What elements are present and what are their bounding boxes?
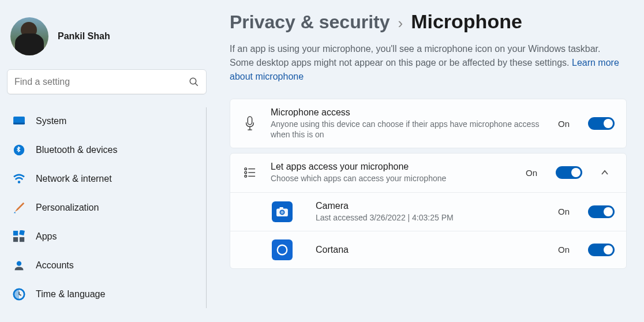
- avatar: [10, 17, 48, 55]
- sidebar-item-label: Apps: [36, 231, 57, 242]
- sidebar-item-label: Time & language: [36, 289, 105, 299]
- breadcrumb-parent[interactable]: Privacy & security: [230, 12, 390, 33]
- app-row-cortana[interactable]: Cortana On: [230, 231, 626, 268]
- toggle-state: On: [558, 119, 570, 129]
- app-detail: Last accessed 3/26/2022 | 4:03:25 PM: [316, 212, 545, 223]
- page-description: If an app is using your microphone, you'…: [230, 42, 627, 84]
- app-row-camera[interactable]: Camera Last accessed 3/26/2022 | 4:03:25…: [230, 192, 626, 231]
- sidebar-item-label: Network & internet: [36, 174, 112, 184]
- svg-line-1: [195, 83, 198, 86]
- sidebar-item-label: Personalization: [36, 203, 99, 213]
- app-name: Cortana: [316, 245, 545, 255]
- apps-icon: [13, 230, 25, 243]
- sidebar-item-label: System: [36, 116, 66, 126]
- search-box[interactable]: [7, 69, 207, 95]
- svg-point-18: [245, 172, 247, 174]
- app-toggle-cortana[interactable]: [588, 244, 615, 256]
- brush-icon: [13, 201, 25, 214]
- sidebar-item-label: Bluetooth & devices: [36, 145, 117, 155]
- bluetooth-icon: [13, 144, 25, 156]
- svg-point-20: [245, 175, 247, 178]
- svg-point-5: [18, 181, 21, 184]
- setting-title: Let apps access your microphone: [271, 162, 513, 172]
- user-profile[interactable]: Pankil Shah: [7, 7, 207, 69]
- svg-point-0: [190, 78, 196, 84]
- svg-rect-3: [13, 123, 25, 125]
- svg-rect-6: [13, 231, 18, 235]
- system-icon: [13, 115, 25, 128]
- search-input[interactable]: [14, 77, 189, 87]
- svg-point-10: [17, 261, 21, 266]
- person-icon: [13, 259, 25, 272]
- setting-subtitle: Anyone using this device can choose if t…: [271, 119, 545, 140]
- app-access-header-row[interactable]: Let apps access your microphone Choose w…: [230, 153, 626, 192]
- svg-point-26: [278, 245, 287, 255]
- sidebar-item-network[interactable]: Network & internet: [7, 165, 201, 193]
- sidebar-item-system[interactable]: System: [7, 107, 201, 135]
- svg-rect-25: [280, 207, 283, 209]
- microphone-access-toggle[interactable]: [588, 117, 615, 130]
- sidebar-item-accounts[interactable]: Accounts: [7, 252, 201, 279]
- microphone-icon: [242, 116, 258, 131]
- list-icon: [242, 167, 258, 178]
- setting-subtitle: Choose which apps can access your microp…: [271, 173, 513, 184]
- toggle-state: On: [558, 245, 570, 254]
- svg-rect-8: [20, 237, 24, 242]
- camera-app-icon: [272, 201, 293, 222]
- chevron-up-icon[interactable]: [601, 170, 615, 175]
- microphone-access-card: Microphone access Anyone using this devi…: [230, 99, 627, 148]
- sidebar-item-personalization[interactable]: Personalization: [7, 194, 201, 222]
- sidebar-item-label: Accounts: [36, 260, 74, 271]
- svg-point-24: [280, 211, 283, 214]
- search-icon: [189, 77, 199, 87]
- svg-rect-13: [248, 117, 252, 125]
- setting-title: Microphone access: [271, 107, 545, 118]
- app-access-toggle[interactable]: [556, 166, 582, 179]
- svg-rect-9: [19, 230, 25, 235]
- wifi-icon: [13, 173, 25, 185]
- toggle-state: On: [558, 207, 570, 216]
- clock-icon: [13, 288, 25, 301]
- chevron-right-icon: ›: [398, 14, 403, 32]
- app-name: Camera: [316, 201, 545, 211]
- sidebar-item-time[interactable]: Time & language: [7, 280, 201, 308]
- app-access-card: Let apps access your microphone Choose w…: [230, 153, 627, 268]
- sidebar-item-bluetooth[interactable]: Bluetooth & devices: [7, 136, 201, 164]
- breadcrumb: Privacy & security › Microphone: [230, 10, 627, 33]
- svg-rect-7: [13, 237, 18, 242]
- sidebar-item-apps[interactable]: Apps: [7, 223, 201, 250]
- user-name: Pankil Shah: [58, 31, 110, 42]
- svg-point-16: [245, 168, 247, 170]
- cortana-app-icon: [272, 239, 293, 260]
- app-toggle-camera[interactable]: [588, 205, 615, 218]
- page-title: Microphone: [411, 10, 522, 33]
- toggle-state: On: [526, 168, 537, 178]
